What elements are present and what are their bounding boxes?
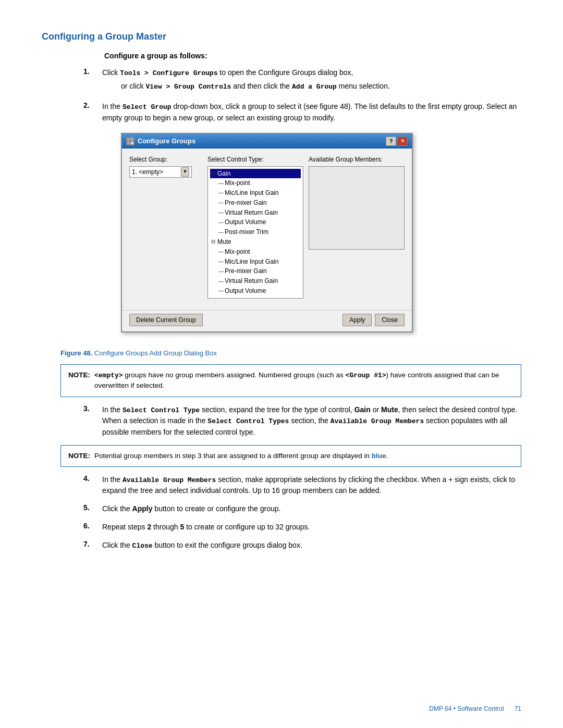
step-4: In the Available Group Members section, … — [83, 474, 521, 497]
dialog-columns: Select Group: 1. <empty> ▼ Select Contro… — [129, 155, 405, 299]
step5-apply-bold: Apply — [132, 504, 153, 513]
tree-output-volume-gain[interactable]: — Output Volume — [210, 217, 301, 227]
note-1-text: <empty> groups have no group members ass… — [94, 370, 513, 391]
footer-text: DMP 64 • Software Control 71 — [429, 705, 521, 712]
tree-dash-9: — — [218, 268, 224, 275]
tree-premixer-gain[interactable]: — Pre-mixer Gain — [210, 198, 301, 208]
svg-rect-0 — [127, 138, 130, 141]
step-6-text: Repeat steps 2 through 5 to create or co… — [102, 522, 310, 533]
select-group-label: Select Group: — [129, 155, 202, 164]
tree-output-volume-gain-label: Output Volume — [225, 218, 266, 227]
step1-code2: View > Group Controls — [145, 83, 231, 91]
step1-code3: Add a Group — [292, 83, 337, 91]
tree-gain[interactable]: ⊟ Gain — [210, 169, 301, 179]
combo-arrow-icon[interactable]: ▼ — [181, 167, 189, 177]
configure-groups-dialog: Configure Groups ? ✕ Select Group: — [121, 133, 413, 332]
step1-code1: Tools > Configure Groups — [120, 69, 217, 77]
tree-premixer-mute-label: Pre-mixer Gain — [225, 267, 267, 276]
svg-rect-2 — [127, 142, 130, 144]
control-type-tree[interactable]: ⊟ Gain — Mix-point — Mic — [207, 166, 303, 299]
tree-mic-line-input-mute-label: Mic/Line Input Gain — [225, 257, 278, 266]
expand-gain-icon: ⊟ — [211, 170, 216, 177]
tree-premixer-gain-label: Pre-mixer Gain — [225, 199, 267, 207]
select-control-type-column: Select Control Type: ⊟ Gain — — [207, 155, 303, 299]
tree-mic-line-gain[interactable]: — Mic/Line Input Gain — [210, 188, 301, 198]
step-7: Click the Close button to exit the confi… — [83, 540, 521, 551]
tree-postmixer-trim[interactable]: — Post-mixer Trim — [210, 227, 301, 237]
step-2: In the Select Group drop-down box, click… — [83, 101, 521, 342]
note-2-label: NOTE: — [68, 451, 90, 461]
steps-list: Click Tools > Configure Groups to open t… — [83, 67, 521, 342]
dialog-wrapper: Configure Groups ? ✕ Select Group: — [121, 133, 413, 332]
dialog-icon — [126, 137, 134, 145]
step-3: In the Select Control Type section, expa… — [83, 404, 521, 438]
footer-product: DMP 64 • Software Control — [429, 705, 504, 712]
tree-virtual-return-gain[interactable]: — Virtual Return Gain — [210, 208, 301, 218]
tree-mute-label: Mute — [217, 238, 231, 246]
note-1-label: NOTE: — [68, 370, 90, 380]
tree-dash-8: — — [218, 258, 224, 265]
tree-dash-10: — — [218, 278, 224, 285]
step-5-text: Click the Apply button to create or conf… — [102, 503, 280, 514]
page-footer: DMP 64 • Software Control 71 — [0, 705, 563, 712]
dialog-titlebar: Configure Groups ? ✕ — [122, 134, 412, 149]
note2-text-after: . — [386, 452, 388, 460]
tree-dash-6: — — [218, 229, 224, 236]
step3-code2: Select Control Types — [207, 417, 289, 425]
dialog-body: Select Group: 1. <empty> ▼ Select Contro… — [122, 149, 412, 310]
footer-page-number: 71 — [515, 705, 521, 712]
step6-5-bold: 5 — [180, 523, 184, 531]
tree-dash-7: — — [218, 248, 224, 255]
tree-output-volume-mute-label: Output Volume — [225, 287, 266, 295]
note2-text-before: Potential group members in step 3 that a… — [94, 452, 372, 460]
expand-mute-icon: ⊟ — [211, 238, 216, 245]
step-5: Click the Apply button to create or conf… — [83, 503, 521, 514]
configure-sub-heading: Configure a group as follows: — [104, 52, 521, 60]
dialog-title: Configure Groups — [138, 136, 195, 146]
section-heading: Configuring a Group Master — [42, 31, 521, 42]
tree-dash-2: — — [218, 189, 224, 196]
dialog-close-button[interactable]: ✕ — [397, 137, 408, 146]
step6-2-bold: 2 — [147, 523, 151, 531]
step4-code1: Available Group Members — [123, 476, 216, 484]
titlebar-controls[interactable]: ? ✕ — [386, 137, 408, 146]
step-2-text: In the Select Group drop-down box, click… — [102, 101, 521, 342]
available-members-panel[interactable] — [309, 166, 405, 250]
delete-current-group-button[interactable]: Delete Current Group — [129, 314, 203, 326]
svg-rect-1 — [131, 138, 133, 141]
tree-output-volume-mute[interactable]: — Output Volume — [210, 286, 301, 296]
tree-mix-point-2-label: Mix-point — [225, 248, 250, 256]
step2-code1: Select Group — [123, 103, 172, 111]
step3-mute: Mute — [381, 405, 398, 414]
tree-mic-line-input-mute[interactable]: — Mic/Line Input Gain — [210, 257, 301, 267]
available-members-column: Available Group Members: — [309, 155, 405, 299]
step-7-text: Click the Close button to exit the confi… — [102, 540, 302, 551]
figure-caption-text: Configure Groups Add Group Dialog Box — [94, 349, 217, 357]
tree-gain-label: Gain — [217, 169, 230, 178]
control-type-label: Select Control Type: — [207, 155, 303, 164]
help-button[interactable]: ? — [386, 137, 396, 146]
tree-virtual-return-mute[interactable]: — Virtual Return Gain — [210, 276, 301, 286]
tree-mix-point-2[interactable]: — Mix-point — [210, 247, 301, 257]
tree-dash-11: — — [218, 287, 224, 294]
tree-premixer-mute[interactable]: — Pre-mixer Gain — [210, 266, 301, 276]
note2-blue-word: blue — [372, 452, 386, 460]
dialog-footer: Delete Current Group Apply Close — [122, 310, 412, 331]
steps-list-final: In the Available Group Members section, … — [83, 474, 521, 551]
titlebar-left: Configure Groups — [126, 136, 195, 146]
note-1-box: NOTE: <empty> groups have no group membe… — [60, 364, 521, 397]
tree-virtual-return-gain-label: Virtual Return Gain — [225, 208, 278, 217]
tree-mix-point-1[interactable]: — Mix-point — [210, 178, 301, 188]
close-dialog-button[interactable]: Close — [375, 314, 405, 326]
select-group-value: 1. <empty> — [132, 167, 181, 177]
step-1-subitem: or click View > Group Controls and then … — [121, 81, 390, 92]
figure-caption: Figure 48. Configure Groups Add Group Di… — [60, 349, 521, 357]
tree-dash-1: — — [218, 180, 224, 187]
select-group-combo[interactable]: 1. <empty> ▼ — [129, 166, 192, 178]
step-1-text: Click Tools > Configure Groups to open t… — [102, 67, 390, 94]
tree-mute[interactable]: ⊟ Mute — [210, 237, 301, 247]
figure-label: Figure 48. — [60, 349, 92, 357]
step-1: Click Tools > Configure Groups to open t… — [83, 67, 521, 94]
apply-button[interactable]: Apply — [342, 314, 372, 326]
svg-rect-3 — [131, 142, 133, 144]
